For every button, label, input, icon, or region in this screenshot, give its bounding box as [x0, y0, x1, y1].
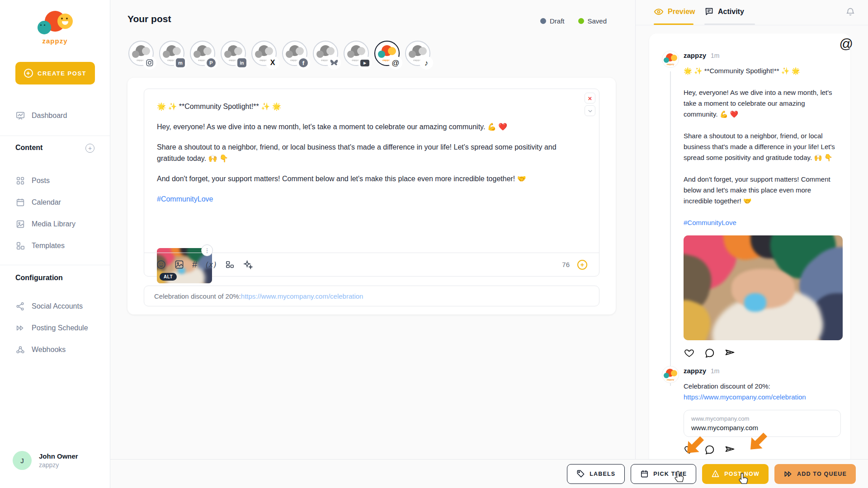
status-draft: Draft: [540, 17, 565, 25]
sidebar-item-media-library[interactable]: Media Library: [15, 218, 75, 230]
divider: [0, 265, 110, 265]
preview-paragraph: 🌟 ✨ **Community Spotlight!** ✨ 🌟: [684, 66, 837, 76]
share-nodes-icon: [15, 301, 25, 311]
dashboard-icon: [15, 111, 25, 121]
preview-paragraph: Hey, everyone! As we dive into a new mon…: [684, 87, 837, 120]
image-icon: [15, 219, 25, 229]
network-avatar-threads-selected[interactable]: zappzy @: [374, 41, 401, 70]
add-content-button[interactable]: +: [85, 144, 94, 153]
calendar-icon: [640, 469, 649, 478]
preview-post-1: zappzy zappzy 1m 🌟 ✨ **Community Spotlig…: [662, 51, 843, 359]
sidebar-item-posting-schedule[interactable]: Posting Schedule: [15, 322, 88, 334]
post-now-button[interactable]: POST NOW: [702, 464, 769, 484]
network-avatar-youtube[interactable]: zappzy ▶: [344, 41, 370, 70]
pinterest-icon: P: [205, 57, 217, 69]
posts-grid-icon: [15, 176, 25, 186]
saved-dot-icon: [578, 18, 584, 24]
sidebar-item-templates[interactable]: Templates: [15, 239, 65, 252]
hashtag-button[interactable]: #: [192, 259, 197, 270]
sidebar-item-calendar[interactable]: Calendar: [15, 196, 61, 209]
sidebar-item-dashboard[interactable]: Dashboard: [15, 109, 67, 122]
add-to-queue-button[interactable]: ADD TO QUEUE: [774, 464, 856, 484]
fast-forward-icon: [15, 323, 25, 333]
preview-author: zappzy: [684, 52, 706, 59]
link-card-domain: www.mycompany.com: [691, 415, 833, 422]
collapse-button[interactable]: [585, 105, 595, 116]
brand-wordmark: zappzy: [0, 37, 110, 45]
draft-dot-icon: [540, 18, 546, 24]
heart-icon: [684, 444, 695, 455]
tab-activity[interactable]: Activity: [704, 7, 744, 16]
preview-paragraph: Share a shoutout to a neighbor, friend, …: [684, 131, 837, 163]
page-title: Your post: [127, 14, 171, 24]
preview-post-2: zappzy zappzy 1m Celebration discount of…: [662, 366, 843, 455]
x-icon: X: [267, 57, 278, 69]
remove-network-button[interactable]: ×: [585, 93, 595, 103]
preview-image: [684, 235, 843, 340]
network-avatar-bluesky[interactable]: zappzy: [313, 41, 339, 70]
heart-icon: [684, 347, 695, 359]
status-saved: Saved: [578, 17, 607, 25]
network-selector: zappzy zappzy m zappzy P zappzy in zappz…: [128, 41, 431, 70]
preview-hashtag: #CommunityLove: [684, 217, 837, 228]
bluesky-icon: [328, 57, 340, 69]
notifications-bell-icon[interactable]: [845, 7, 855, 19]
user-name: John Owner: [39, 452, 78, 460]
user-avatar: J: [13, 451, 32, 470]
network-avatar-pinterest[interactable]: zappzy P: [190, 41, 216, 70]
comment-icon: [704, 347, 715, 359]
sidebar-item-webhooks[interactable]: Webhooks: [15, 343, 66, 356]
comment-link[interactable]: https://www.mycompany.com/celebration: [241, 292, 363, 300]
hashtag-text: #CommunityLove: [157, 193, 572, 205]
mastodon-icon: m: [175, 57, 186, 69]
preview-paragraph: And don't forget, your support matters! …: [684, 174, 837, 206]
add-thread-post-button[interactable]: +: [577, 260, 587, 270]
network-avatar-linkedin[interactable]: zappzy in: [221, 41, 247, 70]
variable-button[interactable]: (x): [205, 261, 217, 269]
ai-assist-button[interactable]: [243, 259, 253, 270]
tab-preview[interactable]: Preview: [654, 7, 695, 17]
user-profile[interactable]: J John Owner zappzy: [13, 451, 78, 470]
network-avatar-x[interactable]: zappzy X: [251, 41, 278, 70]
templates-icon: [15, 241, 25, 251]
preview-actions: [684, 347, 843, 359]
instagram-icon: [144, 57, 156, 69]
user-workspace: zappzy: [39, 461, 78, 469]
plus-icon: +: [24, 69, 33, 78]
pick-time-button[interactable]: PICK TIME: [631, 464, 696, 484]
editor-toolbar: # (x) 76 +: [144, 253, 599, 276]
template-button[interactable]: [225, 259, 235, 270]
facebook-icon: f: [297, 57, 309, 69]
app-root: zappzy + CREATE POST Dashboard Content +…: [0, 0, 868, 488]
post-text[interactable]: 🌟 ✨ **Community Spotlight!** ✨ 🌟 Hey, ev…: [157, 101, 572, 214]
labels-button[interactable]: LABELS: [567, 464, 625, 484]
preview-actions: [684, 444, 843, 455]
comment-bubble-icon: [704, 7, 714, 16]
eye-icon: [654, 7, 664, 17]
sidebar-item-posts[interactable]: Posts: [15, 174, 50, 187]
preview-panel: Preview Activity @ zappzy zappzy 1m: [635, 0, 868, 488]
action-bar: LABELS PICK TIME POST NOW ADD TO QUEUE: [110, 459, 868, 488]
chevron-down-icon: [587, 108, 593, 114]
preview-link: https://www.mycompany.com/celebration: [684, 393, 806, 401]
emoji-picker-button[interactable]: [156, 259, 166, 270]
tiktok-icon: ♪: [420, 57, 432, 69]
alt-badge: ALT: [160, 273, 177, 281]
image-options-button[interactable]: ⋮: [201, 244, 213, 256]
composer-card: 🌟 ✨ **Community Spotlight!** ✨ 🌟 Hey, ev…: [127, 78, 616, 314]
webhook-icon: [15, 345, 25, 355]
post-editor[interactable]: 🌟 ✨ **Community Spotlight!** ✨ 🌟 Hey, ev…: [144, 89, 599, 277]
add-image-button[interactable]: [174, 259, 184, 270]
divider: [0, 136, 110, 136]
network-avatar-tiktok[interactable]: zappzy ♪: [405, 41, 431, 70]
youtube-icon: ▶: [359, 57, 371, 69]
network-avatar-instagram[interactable]: zappzy: [128, 41, 155, 70]
calendar-icon: [15, 197, 25, 207]
network-avatar-mastodon[interactable]: zappzy m: [159, 41, 185, 70]
threads-icon: @: [390, 57, 401, 69]
network-avatar-facebook[interactable]: zappzy f: [282, 41, 308, 70]
send-icon: [711, 469, 720, 478]
sidebar-item-social-accounts[interactable]: Social Accounts: [15, 300, 83, 313]
create-post-button[interactable]: + CREATE POST: [15, 62, 95, 84]
followup-comment-row[interactable]: Celebration discount of 20%: https://www…: [144, 286, 599, 306]
